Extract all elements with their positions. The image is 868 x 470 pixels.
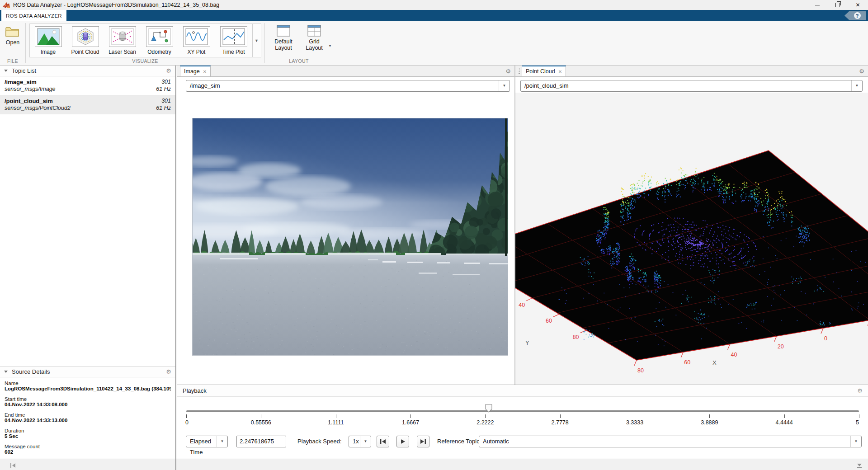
svg-text:40: 40 <box>519 302 525 308</box>
gear-icon[interactable]: ⚙ <box>857 388 863 394</box>
open-button[interactable]: Open <box>5 25 20 46</box>
elapsed-time-field[interactable]: 2.247618675 <box>236 436 286 447</box>
source-details: Name LogROSMessageFrom3DSimulation_11042… <box>0 377 175 463</box>
image-viewer-panel: Image ✕ ⚙ /image_sim ▼ <box>177 66 514 385</box>
visualize-gallery: Image Point Cloud <box>29 24 261 57</box>
slider-thumb[interactable] <box>485 404 492 413</box>
point-cloud-icon <box>72 26 99 47</box>
detail-label: Start time <box>5 396 171 402</box>
gallery-expand-button[interactable]: ▼ <box>252 24 261 57</box>
visualize-odometry-button[interactable]: Odometry <box>141 24 178 57</box>
skip-back-icon <box>380 439 386 444</box>
restore-icon <box>835 3 840 7</box>
point-cloud-canvas[interactable]: 806040200-20406080XY <box>515 93 868 385</box>
playback-title: Playback <box>183 387 207 394</box>
laser-scan-icon <box>109 26 136 47</box>
topic-row-point-cloud-sim[interactable]: /point_cloud_sim 301 sensor_msgs/PointCl… <box>0 95 175 114</box>
svg-text:60: 60 <box>546 318 552 324</box>
tab-close-icon[interactable]: ✕ <box>558 69 562 74</box>
visualize-time-plot-button[interactable]: Time Plot <box>215 24 252 57</box>
drag-handle-icon[interactable] <box>518 68 520 75</box>
grid-layout-caret-icon[interactable]: ▼ <box>328 44 332 48</box>
playback-speed-dropdown[interactable]: 1x ▼ <box>349 436 371 447</box>
tab-image[interactable]: Image ✕ <box>180 66 211 76</box>
tab-point-cloud[interactable]: Point Cloud ✕ <box>522 66 566 76</box>
gear-icon[interactable]: ⚙ <box>859 68 864 75</box>
visualize-section-label: VISUALIZE <box>26 58 264 64</box>
detail-value: 5 Sec <box>5 433 171 439</box>
image-topic-dropdown[interactable]: /image_sim ▼ <box>186 80 510 92</box>
topic-list: /image_sim 301 sensor_msgs/Image 61 Hz /… <box>0 76 175 114</box>
topic-list-header: Topic List ⚙ <box>0 66 175 76</box>
playback-panel: Playback ⚙ 00.555561.11111.66672.22222.7… <box>177 385 868 459</box>
gear-icon[interactable]: ⚙ <box>166 68 171 74</box>
play-button[interactable] <box>396 436 409 447</box>
playback-slider: 00.555561.11111.66672.22222.77783.33333.… <box>186 396 859 428</box>
gallery-item-label: Odometry <box>147 49 171 55</box>
reference-topic-dropdown[interactable]: Automatic ▼ <box>479 436 862 447</box>
visualize-image-button[interactable]: Image <box>30 24 67 57</box>
collapse-sidebar-button[interactable] <box>10 462 16 470</box>
playback-speed-label: Playback Speed: <box>297 436 342 447</box>
slider-track[interactable] <box>186 410 859 412</box>
layout-section-label: LAYOUT <box>265 58 333 64</box>
gallery-item-label: Laser Scan <box>108 49 136 55</box>
ros-data-analyzer-window: ROS Data Analyzer - LogROSMessageFrom3DS… <box>0 0 868 470</box>
open-folder-icon <box>5 25 20 38</box>
collapse-playback-button[interactable] <box>856 462 863 470</box>
restore-button[interactable] <box>827 0 848 10</box>
odometry-icon <box>146 26 173 47</box>
left-sidebar: Topic List ⚙ /image_sim 301 sensor_msgs/… <box>0 66 176 459</box>
default-layout-icon <box>277 25 290 37</box>
close-button[interactable]: ✕ <box>848 0 868 10</box>
chevron-down-icon: ▼ <box>360 436 371 447</box>
collapse-icon[interactable] <box>4 70 8 72</box>
grid-layout-icon <box>307 25 321 37</box>
visualize-point-cloud-button[interactable]: Point Cloud <box>67 24 104 57</box>
chevron-down-icon: ▼ <box>217 436 227 447</box>
status-divider <box>175 459 176 470</box>
time-plot-icon <box>220 26 247 47</box>
svg-text:80: 80 <box>573 334 579 340</box>
topic-list-title: Topic List <box>12 67 36 74</box>
gear-icon[interactable]: ⚙ <box>505 68 511 75</box>
detail-label: Message count <box>5 444 171 449</box>
grid-layout-button[interactable]: Grid Layout ▼ <box>302 25 326 52</box>
ribbon-toolstrip: Open FILE Image <box>0 21 868 66</box>
ribbon-tab-bar: ROS DATA ANALYZER ? <box>0 10 868 21</box>
play-icon <box>400 439 406 444</box>
detail-label: Name <box>5 381 171 386</box>
gear-icon[interactable]: ⚙ <box>166 369 171 375</box>
svg-text:20: 20 <box>778 343 784 350</box>
detail-value: 04-Nov-2022 14:33:13.000 <box>5 418 171 423</box>
topic-row-image-sim[interactable]: /image_sim 301 sensor_msgs/Image 61 Hz <box>0 76 175 95</box>
point-cloud-viewer-panel: Point Cloud ✕ ⚙ /point_cloud_sim ▼ 80604… <box>515 66 868 385</box>
svg-text:0: 0 <box>824 335 827 342</box>
minimize-button[interactable] <box>807 0 827 10</box>
visualize-laser-scan-button[interactable]: Laser Scan <box>104 24 141 57</box>
status-bar <box>0 459 868 470</box>
svg-text:X: X <box>712 359 717 366</box>
playback-header: Playback ⚙ <box>177 385 868 397</box>
tab-ros-data-analyzer[interactable]: ROS DATA ANALYZER <box>1 10 66 21</box>
detail-label: Duration <box>5 428 171 433</box>
step-back-button[interactable] <box>377 436 389 447</box>
time-mode-dropdown[interactable]: Elapsed Time ▼ <box>186 436 228 447</box>
collapse-icon[interactable] <box>4 371 8 373</box>
xy-plot-icon <box>183 26 210 47</box>
gallery-item-label: XY Plot <box>188 49 206 55</box>
help-button[interactable]: ? <box>844 11 866 20</box>
detail-label: End time <box>5 412 171 418</box>
step-forward-button[interactable] <box>417 436 429 447</box>
default-layout-button[interactable]: Default Layout <box>271 25 296 52</box>
file-section-label: FILE <box>0 58 25 64</box>
title-bar: ROS Data Analyzer - LogROSMessageFrom3DS… <box>0 0 868 10</box>
window-title: ROS Data Analyzer - LogROSMessageFrom3DS… <box>13 2 219 8</box>
help-icon: ? <box>854 12 861 19</box>
tab-close-icon[interactable]: ✕ <box>203 69 207 74</box>
point-cloud-tab-strip: Point Cloud ✕ ⚙ <box>515 66 868 77</box>
visualize-xy-plot-button[interactable]: XY Plot <box>178 24 215 57</box>
close-icon: ✕ <box>855 2 860 8</box>
source-details-header: Source Details ⚙ <box>0 366 175 377</box>
point-cloud-topic-dropdown[interactable]: /point_cloud_sim ▼ <box>520 80 863 92</box>
